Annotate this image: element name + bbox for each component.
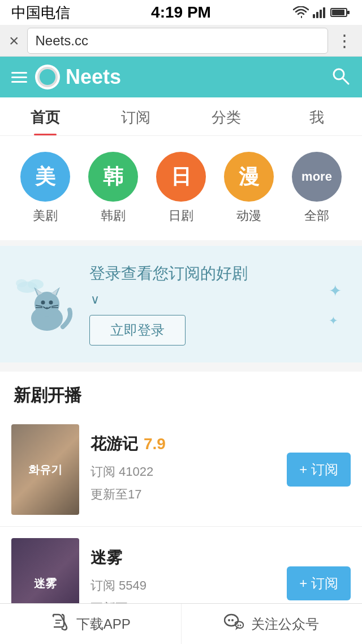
svg-rect-2 <box>320 10 322 18</box>
browser-url-bar[interactable]: Neets.cc <box>27 28 328 54</box>
browser-bar: × Neets.cc ⋮ <box>0 25 362 57</box>
tab-subscribe[interactable]: 订阅 <box>90 97 181 135</box>
browser-more-button[interactable]: ⋮ <box>336 31 353 50</box>
show-name-1: 花游记 <box>90 433 138 455</box>
wechat-icon <box>224 613 244 636</box>
hamburger-line <box>11 81 27 83</box>
show-subscribe-count-1: 订阅 41022 <box>90 460 275 483</box>
svg-rect-3 <box>323 7 325 18</box>
svg-point-13 <box>35 292 59 317</box>
svg-point-30 <box>238 624 239 626</box>
search-button[interactable] <box>330 66 351 88</box>
svg-point-11 <box>16 279 27 287</box>
category-label-anime: 动漫 <box>236 207 261 224</box>
wechat-svg-icon <box>224 613 244 631</box>
login-banner: 登录查看您订阅的好剧 ∨ 立即登录 ✦ ✦ <box>0 246 362 362</box>
category-circle-anime: 漫 <box>224 152 274 202</box>
sparkle-bottom: ✦ <box>329 314 342 327</box>
category-label-american: 美剧 <box>33 207 58 224</box>
banner-message: 登录查看您订阅的好剧 <box>89 263 248 284</box>
status-icons <box>293 6 351 19</box>
category-item-japanese[interactable]: 日 日剧 <box>156 152 206 224</box>
download-icon <box>50 612 70 636</box>
category-item-anime[interactable]: 漫 动漫 <box>224 152 274 224</box>
browser-close-button[interactable]: × <box>9 31 19 50</box>
poster-text-2: 迷雾 <box>29 572 61 596</box>
login-button[interactable]: 立即登录 <box>89 315 186 346</box>
battery-icon <box>330 7 351 18</box>
category-item-all[interactable]: more 全部 <box>292 152 342 224</box>
app-header: Neets <box>0 57 362 97</box>
show-rating-1: 7.9 <box>144 435 166 453</box>
bottom-banner: 下载APP 关注公众号 <box>0 603 362 644</box>
svg-rect-5 <box>332 10 344 15</box>
svg-rect-6 <box>347 11 350 14</box>
sparkle-top: ✦ <box>329 282 342 300</box>
tab-home[interactable]: 首页 <box>0 97 90 135</box>
category-label-all: 全部 <box>304 207 329 224</box>
wifi-icon <box>293 6 309 19</box>
nav-tabs: 首页 订阅 分类 我 <box>0 97 362 136</box>
sparkles: ✦ ✦ <box>329 282 346 327</box>
tab-me[interactable]: 我 <box>272 97 362 135</box>
download-app-button[interactable]: 下载APP <box>0 604 182 644</box>
show-meta-1: 订阅 41022 更新至17 <box>90 460 275 505</box>
show-poster-1[interactable]: 화유기 <box>11 424 79 515</box>
svg-point-10 <box>28 279 44 289</box>
new-shows-title: 新剧开播 <box>0 372 362 413</box>
banner-text: 登录查看您订阅的好剧 <box>89 263 248 284</box>
subscribe-button-2[interactable]: + 订阅 <box>287 566 351 600</box>
show-title-row-1: 花游记 7.9 <box>90 433 275 455</box>
category-circle-american: 美 <box>20 152 70 202</box>
banner-content: 登录查看您订阅的好剧 ∨ 立即登录 <box>89 263 317 346</box>
hamburger-line <box>11 76 27 78</box>
category-section: 美 美剧 韩 韩剧 日 日剧 漫 动漫 more 全部 <box>0 136 362 240</box>
svg-rect-0 <box>313 14 315 18</box>
show-subscribe-count-2: 订阅 5549 <box>90 574 275 597</box>
app-name-label: Neets <box>66 65 330 89</box>
category-label-japanese: 日剧 <box>169 207 193 224</box>
signal-icon <box>312 6 327 19</box>
category-item-american[interactable]: 美 美剧 <box>20 152 70 224</box>
svg-point-28 <box>228 619 230 621</box>
svg-rect-1 <box>316 12 318 18</box>
banner-arrow: ∨ <box>90 292 100 307</box>
hamburger-menu-button[interactable] <box>11 72 27 83</box>
poster-text-1: 화유기 <box>24 458 67 482</box>
svg-point-18 <box>41 301 45 305</box>
category-circle-all: more <box>292 152 342 202</box>
category-item-korean[interactable]: 韩 韩剧 <box>88 152 138 224</box>
cat-illustration <box>16 273 78 335</box>
status-bar: 中国电信 4:19 PM <box>0 0 362 25</box>
svg-line-8 <box>343 78 348 84</box>
carrier-label: 中国电信 <box>11 3 70 23</box>
follow-wechat-label: 关注公众号 <box>251 615 319 633</box>
hamburger-line <box>11 72 27 74</box>
show-update-info-1: 更新至17 <box>90 483 275 506</box>
app-download-icon <box>50 612 70 632</box>
subscribe-button-1[interactable]: + 订阅 <box>287 453 351 487</box>
svg-point-19 <box>49 301 53 305</box>
app-logo <box>35 65 60 89</box>
search-icon <box>330 66 351 86</box>
category-label-korean: 韩剧 <box>101 207 126 224</box>
category-circle-japanese: 日 <box>156 152 206 202</box>
show-item: 화유기 花游记 7.9 订阅 41022 更新至17 + 订阅 <box>0 413 362 527</box>
time-label: 4:19 PM <box>151 3 211 22</box>
svg-point-29 <box>231 619 234 621</box>
svg-point-31 <box>240 624 242 626</box>
download-app-label: 下载APP <box>76 615 131 633</box>
logo-inner <box>37 67 58 87</box>
show-title-row-2: 迷雾 <box>90 547 275 569</box>
show-info-1: 花游记 7.9 订阅 41022 更新至17 <box>90 433 275 505</box>
follow-wechat-button[interactable]: 关注公众号 <box>182 604 363 644</box>
show-name-2: 迷雾 <box>90 547 122 569</box>
tab-categories[interactable]: 分类 <box>181 97 272 135</box>
category-circle-korean: 韩 <box>88 152 138 202</box>
